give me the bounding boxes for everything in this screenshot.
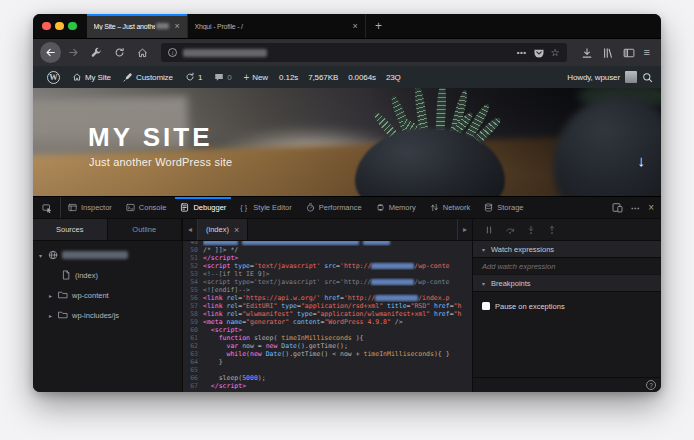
code-line-content: <link rel='https://api.w.org/' href='htt… — [203, 294, 472, 302]
devtools-tab-label: Style Editor — [253, 203, 291, 212]
browser-tab[interactable]: My Site – Just another WordPress S× — [87, 14, 188, 38]
close-tab-icon[interactable]: × — [174, 21, 179, 31]
responsive-design-icon[interactable] — [612, 202, 623, 213]
debugger-controls — [473, 219, 661, 241]
step-out-icon[interactable] — [547, 225, 557, 235]
line-number[interactable]: 56 — [183, 294, 203, 302]
devtools-tab-storage[interactable]: Storage — [477, 197, 530, 218]
devtools-tab-style-editor[interactable]: { }Style Editor — [233, 197, 298, 218]
tree-item-domain[interactable]: ▾ — [33, 245, 182, 265]
line-number[interactable]: 61 — [183, 334, 203, 342]
search-icon[interactable] — [642, 72, 653, 83]
line-number[interactable]: 52 — [183, 262, 203, 270]
tab-outline[interactable]: Outline — [108, 219, 183, 240]
user-avatar[interactable] — [625, 71, 637, 83]
breakpoints-header[interactable]: ▾ Breakpoints — [473, 275, 661, 292]
wp-updates-item[interactable]: 1 — [179, 66, 208, 88]
tree-item-wp-content[interactable]: ▸wp-content — [33, 285, 182, 305]
line-number[interactable]: 57 — [183, 302, 203, 310]
wp-my-site-link[interactable]: My Site — [66, 66, 117, 88]
devtools-close-icon[interactable]: × — [648, 202, 654, 213]
pocket-icon[interactable] — [533, 47, 545, 59]
close-editor-tab-icon[interactable]: × — [234, 225, 239, 235]
wp-comments-item[interactable]: 0 — [208, 66, 237, 88]
wp-logo-menu[interactable]: W — [41, 66, 66, 88]
line-number[interactable]: 60 — [183, 326, 203, 334]
url-bar[interactable]: i ••• ☆ — [161, 43, 567, 62]
step-over-icon[interactable] — [505, 225, 515, 235]
tab-sources[interactable]: Sources — [33, 219, 108, 240]
minimize-window-button[interactable] — [55, 22, 64, 31]
line-number[interactable]: 58 — [183, 310, 203, 318]
line-number[interactable]: 54 — [183, 278, 203, 286]
scroll-down-arrow[interactable]: ↓ — [638, 152, 646, 169]
devtools-tab-performance[interactable]: Performance — [299, 197, 369, 218]
devtools-tab-debugger[interactable]: Debugger — [173, 197, 233, 218]
downloads-icon[interactable] — [581, 47, 593, 59]
forward-button[interactable] — [63, 42, 84, 63]
wp-admin-bar-right: Howdy, wpuser — [567, 71, 653, 83]
devtools-tab-memory[interactable]: Memory — [369, 197, 423, 218]
line-number[interactable]: 66 — [183, 374, 203, 382]
comment-bubble-icon — [214, 72, 224, 82]
help-icon[interactable]: ? — [646, 380, 656, 390]
sidebar-icon[interactable] — [623, 47, 635, 59]
hamburger-menu-icon[interactable]: ≡ — [644, 47, 650, 58]
line-number[interactable]: 64 — [183, 358, 203, 366]
browser-tools-button[interactable] — [86, 42, 107, 63]
editor-tab-bar: ◂ (index) × ▸ — [183, 219, 472, 241]
devtools-tab-console[interactable]: Console — [119, 197, 174, 218]
page-actions-icon[interactable]: ••• — [517, 48, 527, 57]
wp-howdy-label[interactable]: Howdy, wpuser — [567, 73, 620, 82]
tab-scroll-left-icon[interactable]: ◂ — [183, 219, 198, 240]
site-title[interactable]: MY SITE — [88, 122, 213, 153]
line-number[interactable]: 59 — [183, 318, 203, 326]
code-editor[interactable]: 49 50/* ]]> */51</script>52<script type=… — [183, 241, 472, 392]
line-number[interactable]: 51 — [183, 254, 203, 262]
devtools-tab-label: Performance — [319, 203, 362, 212]
close-window-button[interactable] — [42, 22, 51, 31]
pick-element-button[interactable] — [33, 197, 61, 218]
pause-icon[interactable] — [484, 225, 494, 235]
wp-customize-link[interactable]: Customize — [117, 66, 179, 88]
site-info-icon[interactable]: i — [168, 48, 177, 57]
new-tab-button[interactable]: + — [366, 14, 392, 38]
code-line-content: <link rel="wlwmanifest" type="applicatio… — [203, 310, 472, 318]
line-number[interactable]: 62 — [183, 342, 203, 350]
tree-item-wp-includes-js[interactable]: ▸wp-includes/js — [33, 305, 182, 325]
editor-tab-index[interactable]: (index) × — [198, 219, 248, 240]
wp-new-item[interactable]: + New — [238, 66, 274, 88]
line-number[interactable]: 65 — [183, 366, 203, 374]
line-number[interactable]: 67 — [183, 382, 203, 390]
add-watch-expression-input[interactable]: Add watch expression — [473, 258, 661, 275]
reload-button[interactable] — [109, 42, 130, 63]
code-line: 54<script type='text/javascript' src='ht… — [183, 278, 472, 286]
devtools-menu-icon[interactable]: ⋯ — [631, 203, 641, 213]
updates-icon — [185, 72, 195, 82]
devtools-tab-inspector[interactable]: Inspector — [61, 197, 119, 218]
line-number[interactable]: 63 — [183, 350, 203, 358]
line-number[interactable]: 53 — [183, 270, 203, 278]
step-in-icon[interactable] — [526, 225, 536, 235]
library-icon[interactable] — [602, 47, 614, 59]
folder-icon — [58, 310, 68, 320]
close-tab-icon[interactable]: × — [352, 21, 357, 31]
twisty-closed-icon[interactable]: ▸ — [47, 312, 54, 319]
tab-scroll-right-icon[interactable]: ▸ — [457, 219, 472, 240]
devtools-tab-network[interactable]: Network — [423, 197, 478, 218]
pause-on-exceptions-row[interactable]: Pause on exceptions — [473, 298, 661, 314]
watch-expressions-header[interactable]: ▾ Watch expressions — [473, 241, 661, 258]
line-number[interactable]: 55 — [183, 286, 203, 294]
debugger-icon — [180, 203, 189, 212]
twisty-open-icon[interactable]: ▾ — [37, 252, 44, 259]
zoom-window-button[interactable] — [68, 22, 77, 31]
pause-on-exceptions-checkbox[interactable] — [482, 302, 490, 310]
line-number[interactable]: 50 — [183, 246, 203, 254]
tree-item--index-[interactable]: (index) — [33, 265, 182, 285]
bookmark-star-icon[interactable]: ☆ — [551, 48, 560, 58]
back-button[interactable] — [40, 42, 61, 63]
wp-new-label: New — [252, 73, 268, 82]
twisty-closed-icon[interactable]: ▸ — [47, 292, 54, 299]
browser-tab[interactable]: Xhgui - Profile - /× — [188, 14, 366, 38]
home-button[interactable] — [132, 42, 153, 63]
